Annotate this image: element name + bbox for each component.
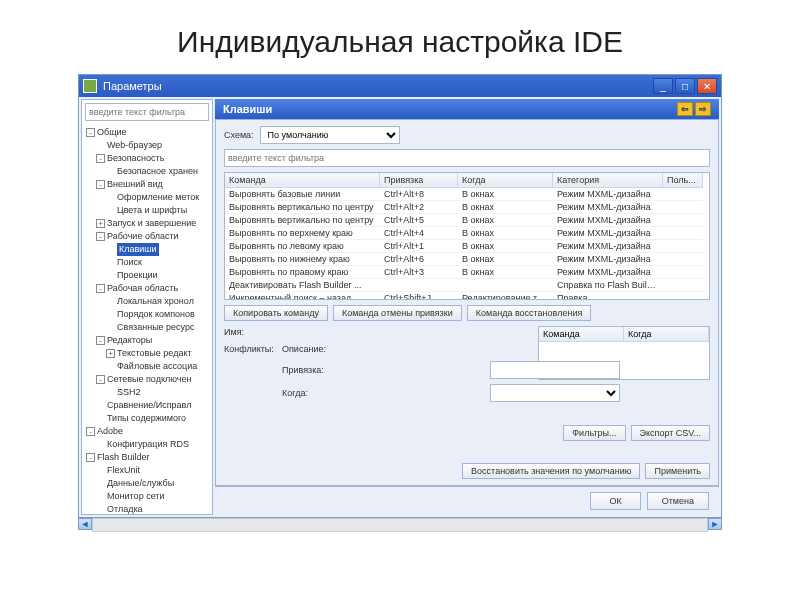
tree-node[interactable]: Данные/службы — [86, 477, 210, 490]
table-cell: В окнах — [458, 214, 553, 227]
tree-node[interactable]: Локальная хронол — [86, 295, 210, 308]
tree-node[interactable]: Порядок компонов — [86, 308, 210, 321]
table-row[interactable]: Выровнять вертикально по центруCtrl+Alt+… — [225, 201, 709, 214]
table-cell: Деактивировать Flash Builder ... — [225, 279, 380, 292]
tree-node[interactable]: -Adobe — [86, 425, 210, 438]
col-user[interactable]: Поль... — [663, 173, 703, 188]
table-row[interactable]: Выровнять по левому краюCtrl+Alt+1В окна… — [225, 240, 709, 253]
tree-node[interactable]: Цвета и шрифты — [86, 204, 210, 217]
collapse-icon[interactable]: - — [86, 453, 95, 462]
table-cell: Режим MXML-дизайна — [553, 240, 663, 253]
export-csv-button[interactable]: Экспорт CSV... — [631, 425, 711, 441]
tree-node[interactable]: Web-браузер — [86, 139, 210, 152]
restore-defaults-button[interactable]: Восстановить значения по умолчанию — [462, 463, 640, 479]
table-row[interactable]: Выровнять по верхнему краюCtrl+Alt+4В ок… — [225, 227, 709, 240]
col-category[interactable]: Категория — [553, 173, 663, 188]
horizontal-scrollbar[interactable]: ◄ ► — [78, 518, 722, 532]
tree-node[interactable]: +Текстовые редакт — [86, 347, 210, 360]
table-row[interactable]: Инкрементный поиск – назадCtrl+Shift+JРе… — [225, 292, 709, 300]
expand-icon[interactable]: + — [106, 349, 115, 358]
cancel-button[interactable]: Отмена — [647, 492, 709, 510]
tree-node[interactable]: Сравнение/Исправл — [86, 399, 210, 412]
tree-node[interactable]: Связанные ресурс — [86, 321, 210, 334]
table-cell: Ctrl+Alt+3 — [380, 266, 458, 279]
tree-node[interactable]: Монитор сети — [86, 490, 210, 503]
table-cell: Ctrl+Alt+4 — [380, 227, 458, 240]
tree-node[interactable]: -Flash Builder — [86, 451, 210, 464]
tree-node[interactable]: Клавиши — [86, 243, 210, 256]
restore-command-button[interactable]: Команда восстановления — [467, 305, 592, 321]
col-command[interactable]: Команда — [225, 173, 380, 188]
expand-icon[interactable]: + — [96, 219, 105, 228]
minimize-button[interactable]: _ — [653, 78, 673, 94]
tree-node[interactable]: Конфигурация RDS — [86, 438, 210, 451]
table-cell: В окнах — [458, 227, 553, 240]
collapse-icon[interactable]: - — [96, 336, 105, 345]
col-binding[interactable]: Привязка — [380, 173, 458, 188]
collapse-icon[interactable]: - — [96, 232, 105, 241]
table-cell: Выровнять вертикально по центру — [225, 214, 380, 227]
collapse-icon[interactable]: - — [96, 375, 105, 384]
tree-node[interactable]: -Общие — [86, 126, 210, 139]
table-row[interactable]: Выровнять по правому краюCtrl+Alt+3В окн… — [225, 266, 709, 279]
preferences-tree[interactable]: -ОбщиеWeb-браузер-БезопасностьБезопасное… — [82, 124, 212, 514]
slide-title: Индивидуальная настройка IDE — [0, 0, 800, 74]
tree-node[interactable]: -Внешний вид — [86, 178, 210, 191]
tree-node[interactable]: Проекции — [86, 269, 210, 282]
copy-command-button[interactable]: Копировать команду — [224, 305, 328, 321]
tree-node[interactable]: Типы содержимого — [86, 412, 210, 425]
keybindings-table[interactable]: Команда Привязка Когда Категория Поль...… — [224, 172, 710, 300]
app-icon — [83, 79, 97, 93]
tree-node-label: Сравнение/Исправл — [107, 399, 191, 412]
collapse-icon[interactable]: - — [96, 154, 105, 163]
command-filter-input[interactable] — [224, 149, 710, 167]
table-row[interactable]: Выровнять вертикально по центруCtrl+Alt+… — [225, 214, 709, 227]
table-cell: Выровнять по нижнему краю — [225, 253, 380, 266]
tree-node[interactable]: SSH2 — [86, 386, 210, 399]
table-row[interactable]: Выровнять базовые линииCtrl+Alt+8В окнах… — [225, 188, 709, 201]
collapse-icon[interactable]: - — [86, 427, 95, 436]
unbind-command-button[interactable]: Команда отмены привязки — [333, 305, 462, 321]
table-row[interactable]: Выровнять по нижнему краюCtrl+Alt+6В окн… — [225, 253, 709, 266]
scheme-select[interactable]: По умолчанию — [260, 126, 400, 144]
tree-node[interactable]: -Рабочая область — [86, 282, 210, 295]
tree-node[interactable]: Поиск — [86, 256, 210, 269]
when-select[interactable] — [490, 384, 620, 402]
forward-icon[interactable]: ⇨ — [695, 102, 711, 116]
tree-node[interactable]: -Редакторы — [86, 334, 210, 347]
scheme-label: Схема: — [224, 130, 254, 140]
table-cell: Режим MXML-дизайна — [553, 266, 663, 279]
table-cell: В окнах — [458, 266, 553, 279]
tree-node[interactable]: +Запуск и завершение — [86, 217, 210, 230]
tree-node-label: Сетевые подключен — [107, 373, 191, 386]
table-cell — [663, 188, 703, 201]
tree-filter-input[interactable] — [85, 103, 209, 121]
collapse-icon[interactable]: - — [86, 128, 95, 137]
maximize-button[interactable]: □ — [675, 78, 695, 94]
tree-node[interactable]: -Безопасность — [86, 152, 210, 165]
col-when[interactable]: Когда — [458, 173, 553, 188]
collapse-icon[interactable]: - — [96, 284, 105, 293]
conflict-col-command: Команда — [539, 327, 624, 342]
binding-input[interactable] — [490, 361, 620, 379]
ok-button[interactable]: ОК — [590, 492, 640, 510]
tree-node-label: FlexUnit — [107, 464, 140, 477]
tree-node[interactable]: Безопасное хранен — [86, 165, 210, 178]
back-icon[interactable]: ⇦ — [677, 102, 693, 116]
scroll-right-icon[interactable]: ► — [708, 518, 722, 530]
tree-node[interactable]: Файловые ассоциа — [86, 360, 210, 373]
collapse-icon[interactable]: - — [96, 180, 105, 189]
tree-node[interactable]: FlexUnit — [86, 464, 210, 477]
table-row[interactable]: Деактивировать Flash Builder ...Справка … — [225, 279, 709, 292]
tree-node[interactable]: Оформление меток — [86, 191, 210, 204]
table-cell — [663, 227, 703, 240]
tree-node[interactable]: -Сетевые подключен — [86, 373, 210, 386]
tree-node-label: Порядок компонов — [117, 308, 195, 321]
tree-node[interactable]: Отладка — [86, 503, 210, 514]
apply-button[interactable]: Применить — [645, 463, 710, 479]
filters-button[interactable]: Фильтры... — [563, 425, 625, 441]
tree-node[interactable]: -Рабочие области — [86, 230, 210, 243]
close-button[interactable]: ✕ — [697, 78, 717, 94]
table-cell: В окнах — [458, 188, 553, 201]
scroll-left-icon[interactable]: ◄ — [78, 518, 92, 530]
